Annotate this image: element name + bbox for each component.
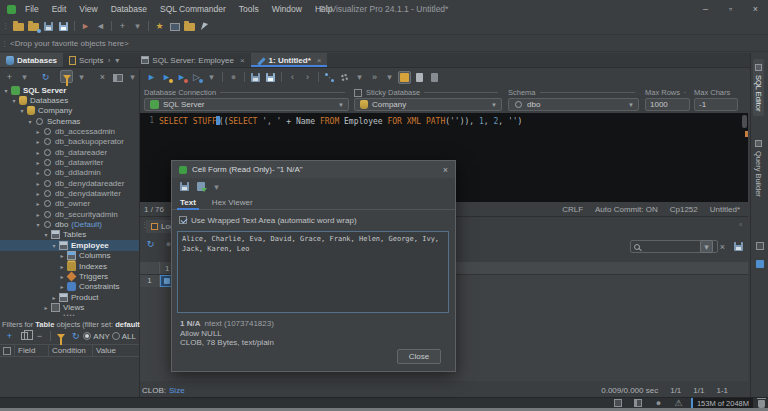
tree-node-db-datawriter[interactable]: ▸db_datawriter (0, 157, 139, 167)
stop-icon[interactable]: ● (227, 71, 240, 84)
execute-current-icon[interactable]: ► (160, 71, 173, 84)
dropdown-icon[interactable]: ▾ (383, 71, 396, 84)
max-chars-input[interactable]: -1 (694, 98, 738, 111)
explain-plan-icon[interactable]: ▷ (190, 71, 203, 84)
row-number-cell[interactable]: 1 (140, 275, 160, 287)
dropdown-icon[interactable]: ▾ (126, 70, 139, 83)
editor-scrollbar-thumb[interactable] (742, 115, 747, 128)
dropdown-icon[interactable]: ▾ (75, 70, 88, 83)
chevron-collapsed-icon[interactable]: ▸ (34, 159, 42, 166)
pointer-icon[interactable] (198, 20, 211, 33)
chevron-collapsed-icon[interactable]: ▸ (42, 304, 50, 311)
menu-window[interactable]: Window (272, 4, 302, 14)
edit-filter-icon[interactable] (54, 330, 67, 343)
open-bookmark-icon[interactable] (27, 20, 40, 33)
settings-icon[interactable] (338, 71, 351, 84)
chevron-expanded-icon[interactable]: ▾ (34, 221, 42, 228)
any-radio[interactable] (83, 332, 91, 340)
tree-node-product[interactable]: ▸Product (0, 292, 139, 302)
chevron-collapsed-icon[interactable]: ▸ (34, 190, 42, 197)
menu-database[interactable]: Database (111, 4, 147, 14)
format-sql-icon[interactable] (413, 71, 426, 84)
chevron-collapsed-icon[interactable]: ▸ (58, 283, 66, 290)
open-file-icon[interactable] (12, 20, 25, 33)
tree-node-employee[interactable]: ▾Employee (0, 240, 139, 250)
driver-manager-icon[interactable] (168, 20, 181, 33)
chevron-expanded-icon[interactable]: ▾ (26, 118, 34, 125)
maximize-grid-icon[interactable]: ▫ (739, 220, 742, 229)
save-as-icon[interactable] (264, 71, 277, 84)
tree-node-indexes[interactable]: ▸Indexes (0, 261, 139, 271)
schema-dropdown[interactable]: dbo▼ (508, 98, 639, 111)
add-connection-icon[interactable]: + (3, 70, 16, 83)
error-stripe-mark[interactable] (745, 131, 748, 137)
tab-list-icon[interactable]: ▾ (115, 56, 119, 65)
tree-node-db-securityadmin[interactable]: ▸db_securityadmin (0, 209, 139, 219)
search-save-icon[interactable] (732, 240, 745, 253)
dialog-close-icon[interactable]: × (443, 165, 448, 175)
column-header-field[interactable]: Field (15, 345, 49, 356)
save-cell-icon[interactable] (178, 180, 191, 193)
chevron-collapsed-icon[interactable]: ▸ (34, 149, 42, 156)
connection-dropdown[interactable]: SQL Server▼ (144, 98, 349, 111)
back-icon[interactable]: ‹ (286, 71, 299, 84)
dialog-tab-text[interactable]: Text (180, 195, 196, 209)
encoding-indicator[interactable]: Cp1252 (670, 205, 698, 214)
chevron-collapsed-icon[interactable]: ▸ (34, 180, 42, 187)
tab-next-icon[interactable]: › (108, 56, 111, 65)
tab-sql-server-employee[interactable]: SQL Server: Employee× (135, 53, 250, 67)
dropdown-icon[interactable]: ▾ (205, 71, 218, 84)
tab-prev-icon[interactable]: ‹ (100, 56, 103, 65)
vertical-tab-sql-editor[interactable]: SQL Editor (753, 59, 764, 116)
refresh-filters-icon[interactable]: ↻ (69, 330, 82, 343)
menu-file[interactable]: File (25, 4, 39, 14)
toolbar-drag-handle[interactable]: ⋮ (2, 22, 8, 30)
chevron-collapsed-icon[interactable]: ▸ (58, 263, 66, 270)
chevron-expanded-icon[interactable]: ▾ (2, 87, 10, 94)
commit-mode-icon[interactable] (398, 71, 411, 84)
chevron-collapsed-icon[interactable]: ▸ (50, 294, 58, 301)
chevron-expanded-icon[interactable]: ▾ (18, 107, 26, 114)
garbage-collect-icon[interactable] (758, 400, 765, 408)
cell-text-area[interactable]: Alice, Charlie, Eva, David, Grace, Frank… (177, 231, 449, 313)
grid-column-header[interactable]: 1 (160, 264, 169, 273)
tree-node-triggers[interactable]: ▸Triggers (0, 271, 139, 281)
tree-node-db-denydatareader[interactable]: ▸db_denydatareader (0, 178, 139, 188)
filter-icon[interactable] (60, 70, 73, 83)
column-header-value[interactable]: Value (93, 345, 139, 356)
column-header-condition[interactable]: Condition (49, 345, 93, 356)
search-options-button[interactable]: ▾ (700, 240, 713, 253)
minimize-button[interactable]: – (693, 0, 718, 18)
tab-1-untitled[interactable]: 1: Untitled*× (251, 53, 328, 67)
chevron-collapsed-icon[interactable]: ▸ (58, 252, 66, 259)
memory-indicator[interactable]: 153M of 2048M (691, 398, 753, 408)
tree-node-schemas[interactable]: ▾Schemas (0, 116, 139, 126)
tree-node-dbo[interactable]: ▾dbo(Default) (0, 219, 139, 229)
all-radio[interactable] (112, 332, 120, 340)
tab-databases[interactable]: Databases (0, 53, 63, 67)
tree-node-db-denydatawriter[interactable]: ▸db_denydatawriter (0, 188, 139, 198)
create-object-icon[interactable]: + (116, 20, 129, 33)
execute-icon[interactable]: ► (145, 71, 158, 84)
tree-node-db-owner[interactable]: ▸db_owner (0, 199, 139, 209)
sticky-database-checkbox[interactable] (354, 89, 362, 97)
dropdown-icon[interactable]: ▾ (18, 70, 31, 83)
disconnect-icon[interactable]: ◄ (94, 20, 107, 33)
chevron-collapsed-icon[interactable]: ▸ (34, 128, 42, 135)
wizard-icon[interactable]: ★ (153, 20, 166, 33)
autocommit-indicator[interactable]: Auto Commit: ON (595, 205, 658, 214)
dropdown-icon[interactable]: ▾ (210, 180, 223, 193)
tree-node-db-ddladmin[interactable]: ▸db_ddladmin (0, 168, 139, 178)
select-all-checkbox[interactable] (3, 347, 11, 355)
close-tab-icon[interactable]: × (240, 56, 245, 65)
save-icon[interactable] (42, 20, 55, 33)
dialog-close-button[interactable]: Close (397, 349, 441, 364)
chevron-collapsed-icon[interactable]: ▸ (34, 169, 42, 176)
save-as-icon[interactable] (57, 20, 70, 33)
copy-filter-icon[interactable] (18, 330, 31, 343)
dropdown-icon[interactable]: ▾ (353, 71, 366, 84)
dialog-tab-hex-viewer[interactable]: Hex Viewer (212, 195, 253, 209)
tree-node-views[interactable]: ▸Views (0, 302, 139, 312)
save-icon[interactable] (249, 71, 262, 84)
forward-icon[interactable]: › (301, 71, 314, 84)
